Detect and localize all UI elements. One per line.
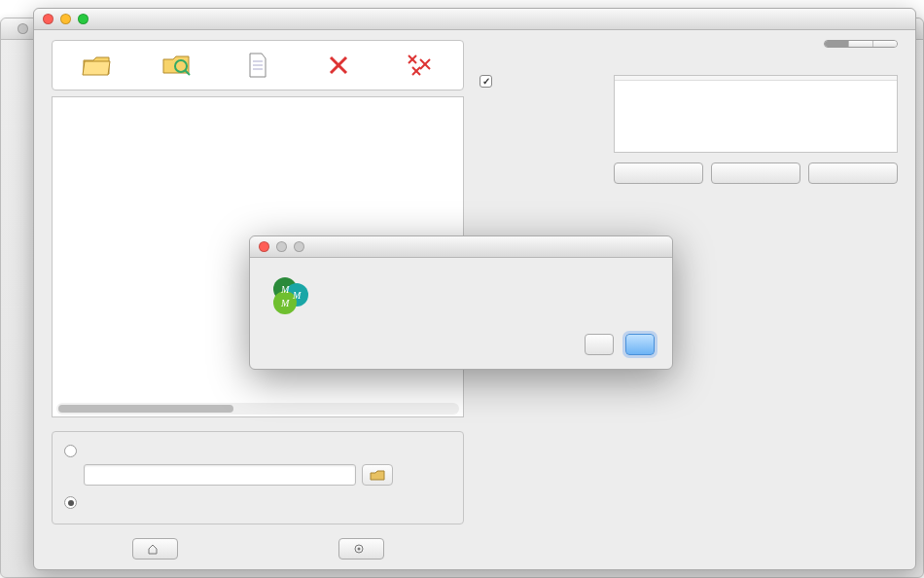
folder-icon bbox=[58, 49, 133, 82]
svg-point-14 bbox=[357, 548, 360, 551]
svg-text:M: M bbox=[292, 290, 302, 301]
search-files-button[interactable] bbox=[137, 45, 216, 86]
custom-fields-table[interactable] bbox=[614, 75, 898, 153]
window-close-icon[interactable] bbox=[43, 14, 53, 24]
get-metadata-button[interactable] bbox=[218, 45, 297, 86]
bg-close-icon bbox=[18, 23, 28, 34]
add-field-button[interactable] bbox=[614, 163, 703, 184]
save-as-radio-row[interactable] bbox=[64, 442, 451, 460]
tab-template[interactable] bbox=[825, 41, 848, 47]
dialog-process-button[interactable] bbox=[625, 334, 655, 355]
gear-icon bbox=[353, 543, 365, 555]
tab-batch-process[interactable] bbox=[848, 41, 872, 47]
toolbar bbox=[52, 40, 464, 90]
horizontal-scrollbar[interactable] bbox=[56, 403, 459, 415]
titlebar bbox=[34, 9, 915, 30]
remove-all-button[interactable] bbox=[380, 45, 459, 86]
tab-output-log[interactable] bbox=[872, 41, 897, 47]
remove-selection-button[interactable] bbox=[300, 45, 378, 86]
custom-fields-checkbox[interactable] bbox=[480, 75, 492, 88]
dialog-close-icon[interactable] bbox=[259, 241, 269, 252]
window-minimize-icon[interactable] bbox=[60, 14, 71, 24]
dialog-zoom-icon bbox=[294, 241, 304, 252]
save-as-radio[interactable] bbox=[64, 445, 77, 457]
svg-text:M: M bbox=[280, 298, 290, 308]
close-button[interactable] bbox=[132, 538, 178, 560]
overwrite-radio[interactable] bbox=[64, 496, 77, 509]
custom-fields-label bbox=[501, 75, 608, 153]
process-button[interactable] bbox=[338, 538, 384, 560]
output-options-group bbox=[52, 431, 464, 524]
confirm-dialog: M M M bbox=[249, 235, 673, 370]
tab-group bbox=[824, 40, 898, 48]
svg-text:M: M bbox=[280, 284, 290, 295]
dialog-cancel-button[interactable] bbox=[585, 334, 614, 355]
custom-col-value bbox=[756, 76, 897, 80]
load-files-button[interactable] bbox=[56, 45, 135, 86]
folder-search-icon bbox=[139, 49, 214, 82]
app-icon: M M M bbox=[267, 273, 314, 320]
folder-path-input[interactable] bbox=[84, 464, 356, 486]
edit-field-button[interactable] bbox=[711, 163, 800, 184]
x-multi-icon bbox=[382, 49, 457, 82]
window-zoom-icon[interactable] bbox=[78, 14, 89, 24]
document-icon bbox=[220, 49, 295, 82]
browse-folder-button[interactable] bbox=[362, 464, 393, 486]
remove-field-button[interactable] bbox=[808, 163, 898, 184]
overwrite-radio-row[interactable] bbox=[64, 493, 451, 512]
x-icon bbox=[302, 49, 376, 82]
home-icon bbox=[147, 543, 159, 555]
folder-small-icon bbox=[370, 469, 385, 481]
dialog-minimize-icon bbox=[276, 241, 287, 252]
custom-col-name bbox=[615, 76, 756, 80]
